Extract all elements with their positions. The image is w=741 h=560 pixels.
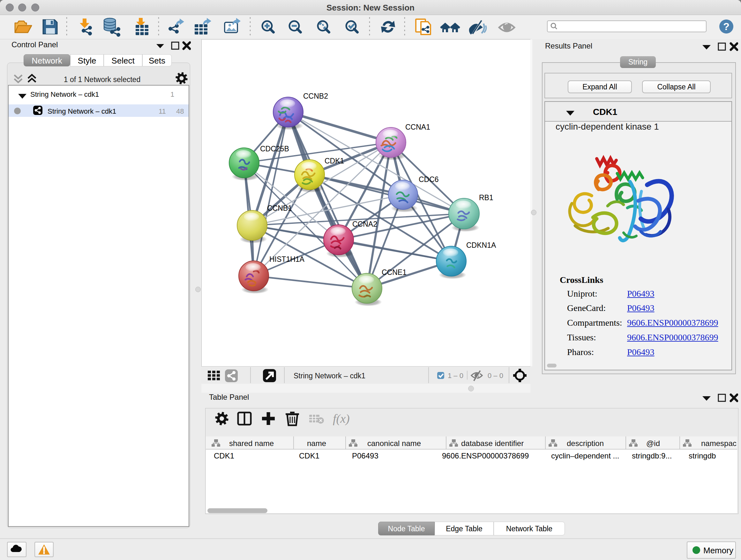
svg-text:description: description (567, 439, 604, 448)
svg-text:shared name: shared name (229, 439, 274, 448)
svg-text:namespac: namespac (701, 439, 737, 448)
svg-text:RB1: RB1 (479, 193, 493, 202)
svg-text:HIST1H1A: HIST1H1A (269, 255, 305, 263)
svg-text:CCNA2: CCNA2 (352, 220, 377, 228)
svg-text:0 – 0: 0 – 0 (488, 372, 503, 380)
svg-text:CDK1: CDK1 (325, 157, 344, 165)
svg-text:canonical name: canonical name (367, 439, 421, 448)
svg-text:CCNA1: CCNA1 (405, 123, 430, 131)
svg-text:@id: @id (646, 439, 660, 448)
svg-text:CDKN1A: CDKN1A (466, 241, 496, 249)
svg-text:CCNB2: CCNB2 (303, 92, 328, 100)
svg-text:CDC25B: CDC25B (260, 145, 289, 153)
svg-text:name: name (307, 439, 326, 448)
svg-text:CCNE1: CCNE1 (382, 268, 407, 276)
svg-text:1 – 0: 1 – 0 (448, 372, 463, 380)
svg-text:f(x): f(x) (333, 412, 350, 426)
svg-text:String Network – cdk1: String Network – cdk1 (293, 372, 365, 380)
svg-text:CCNB1: CCNB1 (267, 204, 292, 212)
svg-text:?: ? (723, 21, 730, 32)
svg-text:CDC6: CDC6 (419, 175, 439, 184)
svg-text:database identifier: database identifier (461, 439, 524, 448)
